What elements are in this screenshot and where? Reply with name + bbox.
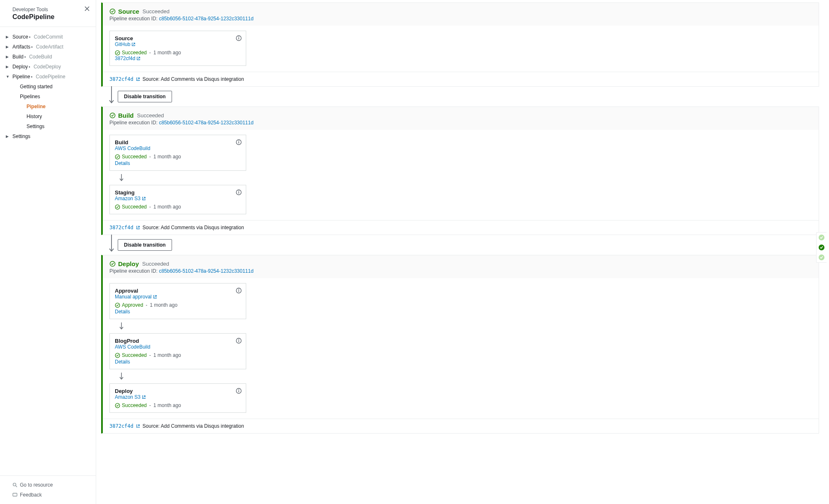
main-content: Source Succeeded Pipeline execution ID: … — [96, 0, 829, 504]
caret-down-icon: ▼ — [6, 75, 10, 79]
external-link-icon — [142, 395, 146, 399]
provider-link-github[interactable]: GitHub — [115, 41, 136, 47]
info-icon[interactable] — [236, 139, 242, 145]
nav: ▶ Source • CodeCommit ▶ Artifacts • Code… — [0, 27, 96, 475]
action-title: Build — [115, 139, 241, 145]
provider-link-manual-approval[interactable]: Manual approval — [115, 294, 157, 300]
info-icon[interactable] — [236, 288, 242, 293]
details-link[interactable]: Details — [115, 309, 241, 315]
nav-suffix: CodeCommit — [34, 34, 63, 40]
nav-label: Artifacts — [12, 44, 30, 50]
sidebar-item-build[interactable]: ▶ Build • CodeBuild — [0, 52, 96, 62]
commit-hash-link[interactable]: 3872cf4d — [109, 76, 133, 82]
stage-status: Succeeded — [142, 261, 169, 267]
sidebar-item-history[interactable]: History — [0, 111, 96, 121]
commit-hash-link[interactable]: 3872cf4d — [109, 423, 133, 429]
svg-rect-6 — [238, 38, 239, 39]
commit-message: Source: Add Comments via Disqus integrat… — [143, 76, 244, 82]
arrow-down-icon — [109, 171, 812, 185]
sidebar-item-settings[interactable]: ▶ Settings — [0, 131, 96, 141]
search-icon — [12, 482, 17, 487]
execution-id-link[interactable]: c85b6056-5102-478a-9254-1232c330111d — [159, 16, 253, 22]
time-ago: 1 month ago — [153, 50, 181, 56]
info-icon[interactable] — [236, 338, 242, 344]
external-link-icon — [131, 42, 136, 46]
nav-label: Pipeline — [27, 104, 46, 109]
external-link-icon — [136, 225, 140, 230]
status-succeeded: Succeeded — [115, 204, 147, 210]
footer-label: Go to resource — [20, 482, 53, 488]
status-succeeded: Succeeded — [115, 352, 147, 358]
commit-message: Source: Add Comments via Disqus integrat… — [143, 423, 244, 429]
info-icon[interactable] — [236, 189, 242, 195]
floating-status-panel[interactable] — [816, 232, 827, 263]
info-icon[interactable] — [236, 388, 242, 394]
info-icon[interactable] — [236, 35, 242, 41]
nav-label: Settings — [27, 124, 44, 129]
external-link-icon — [136, 56, 141, 61]
sidebar-item-artifacts[interactable]: ▶ Artifacts • CodeArtifact — [0, 42, 96, 52]
execution-id-link[interactable]: c85b6056-5102-478a-9254-1232c330111d — [159, 120, 253, 126]
provider-link-codebuild[interactable]: AWS CodeBuild — [115, 145, 150, 151]
stage-status: Succeeded — [137, 112, 164, 119]
sidebar-item-source[interactable]: ▶ Source • CodeCommit — [0, 32, 96, 42]
provider-link-s3[interactable]: Amazon S3 — [115, 196, 146, 201]
svg-point-32 — [238, 389, 239, 390]
nav-label: Source — [12, 34, 28, 40]
status-dot-active-icon — [818, 244, 825, 251]
nav-suffix: CodeBuild — [29, 54, 52, 60]
time-ago: 1 month ago — [150, 302, 177, 308]
commit-hash-link[interactable]: 3872cf4d — [109, 225, 133, 230]
feedback[interactable]: Feedback — [0, 490, 96, 500]
status-succeeded: Succeeded — [115, 402, 147, 408]
nav-label: Pipeline — [12, 74, 30, 80]
sidebar-item-pipeline-settings[interactable]: Settings — [0, 121, 96, 131]
sidebar-item-pipelines[interactable]: Pipelines — [0, 92, 96, 102]
sidebar-title: CodePipeline — [12, 13, 87, 21]
arrow-down-icon — [109, 235, 117, 255]
stage-title: Source — [109, 8, 139, 15]
sidebar-item-deploy[interactable]: ▶ Deploy • CodeDeploy — [0, 62, 96, 72]
check-circle-icon — [115, 303, 120, 308]
caret-right-icon: ▶ — [6, 55, 9, 59]
stage-status: Succeeded — [143, 8, 170, 15]
action-card-deploy: Deploy Amazon S3 Succeeded - 1 month ago — [109, 383, 246, 413]
sidebar-item-pipeline-detail[interactable]: Pipeline — [0, 102, 96, 111]
disable-transition-button[interactable]: Disable transition — [118, 91, 172, 102]
arrow-down-icon — [109, 369, 812, 383]
svg-rect-12 — [238, 142, 239, 143]
status-dot-faded-icon — [818, 254, 825, 261]
disable-transition-button[interactable]: Disable transition — [118, 239, 172, 251]
external-link-icon — [142, 196, 146, 201]
caret-right-icon: ▶ — [6, 65, 9, 69]
check-circle-icon — [109, 8, 116, 15]
stage-title: Build — [109, 112, 134, 119]
provider-link-s3[interactable]: Amazon S3 — [115, 394, 146, 400]
details-link[interactable]: Details — [115, 359, 241, 365]
commit-summary: 3872cf4d Source: Add Comments via Disqus… — [103, 72, 819, 86]
nav-label: Settings — [12, 133, 30, 139]
provider-link-codebuild[interactable]: AWS CodeBuild — [115, 344, 150, 350]
close-icon[interactable] — [84, 6, 90, 12]
sidebar-item-getting-started[interactable]: Getting started — [0, 82, 96, 92]
execution-id-link[interactable]: c85b6056-5102-478a-9254-1232c330111d — [159, 268, 253, 274]
svg-point-0 — [13, 483, 16, 486]
nav-label: Build — [12, 54, 24, 60]
action-card-blogprod: BlogProd AWS CodeBuild Succeeded - 1 mon… — [109, 333, 246, 369]
stage-title: Deploy — [109, 260, 139, 267]
commit-link[interactable]: 3872cf4d — [115, 56, 141, 61]
svg-rect-33 — [238, 390, 239, 392]
action-card-approval: Approval Manual approval Approved - 1 mo… — [109, 283, 246, 319]
svg-rect-23 — [238, 290, 239, 292]
svg-point-11 — [238, 141, 239, 141]
svg-point-27 — [238, 339, 239, 340]
svg-rect-2 — [13, 493, 17, 496]
external-link-icon — [136, 77, 140, 81]
caret-right-icon: ▶ — [6, 35, 9, 39]
details-link[interactable]: Details — [115, 160, 241, 166]
check-circle-icon — [109, 261, 116, 267]
caret-right-icon: ▶ — [6, 45, 9, 49]
action-card-build: Build AWS CodeBuild Succeeded - 1 month … — [109, 135, 246, 171]
sidebar-item-pipeline[interactable]: ▼ Pipeline • CodePipeline — [0, 72, 96, 82]
go-to-resource[interactable]: Go to resource — [0, 480, 96, 490]
